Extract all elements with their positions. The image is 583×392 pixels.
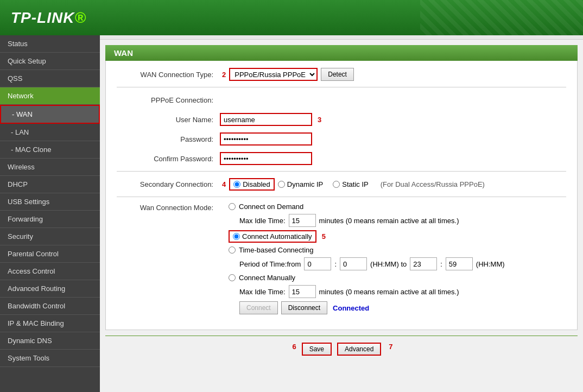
connect-disconnect-row: Connect Disconnect Connected: [239, 301, 505, 314]
sidebar: Status Quick Setup QSS Network - WAN - L…: [0, 35, 100, 392]
period-label: Period of Time:from: [239, 260, 301, 268]
period-to-m-input[interactable]: [446, 257, 473, 270]
connect-manually-row: Connect Manually: [229, 274, 505, 282]
max-idle-time-label-2: Max Idle Time:: [239, 288, 286, 296]
secondary-disabled-radio[interactable]: [233, 181, 240, 188]
connect-manually-radio[interactable]: [229, 274, 236, 281]
secondary-disabled-option: Disabled: [229, 178, 275, 191]
period-from-m-input[interactable]: [340, 257, 367, 270]
badge-3: 3: [318, 116, 321, 124]
secondary-static-option: Static IP: [333, 180, 368, 188]
period-from-h-input[interactable]: [304, 257, 331, 270]
wan-connection-type-row: WAN Connection Type: 2 PPPoE/Russia PPPo…: [117, 67, 566, 81]
connect-on-demand-row: Connect on Demand: [229, 203, 505, 211]
confirm-password-input[interactable]: [220, 152, 312, 165]
period-row: Period of Time:from : (HH:MM) to : (HH:M…: [239, 257, 505, 270]
connect-automatically-label: Connect Automatically: [242, 232, 312, 241]
max-idle-time-row-2: Max Idle Time: minutes (0 means remain a…: [239, 285, 505, 298]
sidebar-item-mac-clone[interactable]: - MAC Clone: [0, 141, 100, 159]
sidebar-item-access-control[interactable]: Access Control: [0, 263, 100, 280]
page-title-bar: WAN: [105, 45, 578, 61]
divider-1: [117, 87, 566, 87]
sidebar-item-lan[interactable]: - LAN: [0, 124, 100, 141]
wan-connection-mode-label: Wan Connection Mode:: [117, 203, 220, 212]
sidebar-item-parental-control[interactable]: Parental Control: [0, 245, 100, 263]
sidebar-item-ip-mac-binding[interactable]: IP & MAC Binding: [0, 315, 100, 332]
secondary-dynamic-radio[interactable]: [278, 181, 285, 188]
main-layout: Status Quick Setup QSS Network - WAN - L…: [0, 35, 583, 392]
page-header: TP-LINK®: [0, 0, 583, 35]
username-input[interactable]: [220, 113, 312, 126]
confirm-password-row: Confirm Password:: [117, 151, 566, 166]
sidebar-item-advanced-routing[interactable]: Advanced Routing: [0, 280, 100, 298]
secondary-note: (For Dual Access/Russia PPPoE): [381, 180, 485, 188]
page-title: WAN: [114, 48, 133, 58]
save-button[interactable]: Save: [302, 343, 332, 356]
badge-6: 6: [292, 343, 296, 356]
sidebar-item-quick-setup[interactable]: Quick Setup: [0, 53, 100, 70]
password-label: Password:: [117, 135, 220, 143]
max-idle-time-input-2[interactable]: [289, 285, 316, 298]
wan-connection-type-label: WAN Connection Type:: [117, 71, 220, 79]
sidebar-item-qss[interactable]: QSS: [0, 70, 100, 87]
secondary-static-label: Static IP: [342, 180, 368, 188]
secondary-dynamic-option: Dynamic IP: [278, 180, 323, 188]
wan-connection-mode-row: Wan Connection Mode: Connect on Demand M…: [117, 203, 566, 318]
badge-7: 7: [389, 343, 392, 356]
secondary-dynamic-label: Dynamic IP: [287, 180, 323, 188]
pppoe-connection-row: PPPoE Connection:: [117, 93, 566, 107]
confirm-password-control: [220, 152, 312, 165]
time-based-label: Time-based Connecting: [239, 246, 314, 254]
sidebar-item-security[interactable]: Security: [0, 228, 100, 245]
time-based-radio[interactable]: [229, 246, 236, 254]
divider-2: [117, 171, 566, 172]
colon-2: :: [440, 260, 442, 268]
sidebar-item-forwarding[interactable]: Forwarding: [0, 211, 100, 228]
confirm-password-label: Confirm Password:: [117, 155, 220, 163]
sidebar-item-wireless[interactable]: Wireless: [0, 159, 100, 176]
max-idle-time-label-1: Max Idle Time:: [239, 217, 286, 225]
main-content: WAN WAN Connection Type: 2 PPPoE/Russia …: [100, 35, 583, 392]
detect-button[interactable]: Detect: [321, 68, 354, 81]
sidebar-item-bandwidth-control[interactable]: Bandwidth Control: [0, 298, 100, 315]
sidebar-item-status[interactable]: Status: [0, 35, 100, 53]
advanced-button[interactable]: Advanced: [337, 343, 381, 356]
connect-button[interactable]: Connect: [239, 301, 278, 314]
password-control: [220, 132, 312, 146]
max-idle-time-row-1: Max Idle Time: minutes (0 means remain a…: [239, 214, 505, 227]
connect-automatically-row: Connect Automatically 5: [229, 230, 505, 243]
connect-on-demand-radio[interactable]: [229, 203, 236, 210]
sidebar-item-dhcp[interactable]: DHCP: [0, 176, 100, 193]
sidebar-item-wan[interactable]: - WAN: [0, 105, 100, 124]
sidebar-item-dynamic-dns[interactable]: Dynamic DNS: [0, 332, 100, 350]
username-label: User Name:: [117, 116, 220, 124]
secondary-static-radio[interactable]: [333, 181, 340, 188]
secondary-connection-row: Secondary Connection: 4 Disabled Dynamic…: [117, 177, 566, 191]
username-row: User Name: 3: [117, 112, 566, 127]
pppoe-connection-label: PPPoE Connection:: [117, 96, 220, 104]
period-hhmm2: (HH:MM): [476, 260, 505, 268]
secondary-disabled-label: Disabled: [243, 180, 270, 188]
period-hhmm1: (HH:MM) to: [370, 260, 407, 268]
logo: TP-LINK®: [11, 9, 86, 27]
period-to-h-input[interactable]: [410, 257, 437, 270]
max-idle-time-note-2: minutes (0 means remain active at all ti…: [319, 288, 459, 296]
max-idle-time-input-1[interactable]: [289, 214, 316, 227]
sub-header-stripe: [100, 35, 583, 40]
badge-5: 5: [322, 232, 326, 241]
footer-buttons: 6 Save Advanced 7: [105, 336, 578, 362]
time-based-row: Time-based Connecting: [229, 246, 505, 254]
secondary-connection-control: 4 Disabled Dynamic IP Static IP: [220, 178, 485, 191]
connect-automatically-radio[interactable]: [233, 233, 240, 240]
sidebar-item-system-tools[interactable]: System Tools: [0, 350, 100, 367]
wan-connection-type-select[interactable]: PPPoE/Russia PPPoE: [229, 68, 318, 81]
sidebar-item-usb-settings[interactable]: USB Settings: [0, 193, 100, 211]
badge-4: 4: [222, 180, 226, 188]
sidebar-item-network[interactable]: Network: [0, 87, 100, 105]
secondary-connection-label: Secondary Connection:: [117, 180, 220, 188]
password-input[interactable]: [220, 132, 312, 146]
disconnect-button[interactable]: Disconnect: [281, 301, 327, 314]
colon-1: :: [334, 260, 337, 268]
divider-3: [117, 197, 566, 197]
wan-mode-section: Connect on Demand Max Idle Time: minutes…: [229, 203, 505, 318]
